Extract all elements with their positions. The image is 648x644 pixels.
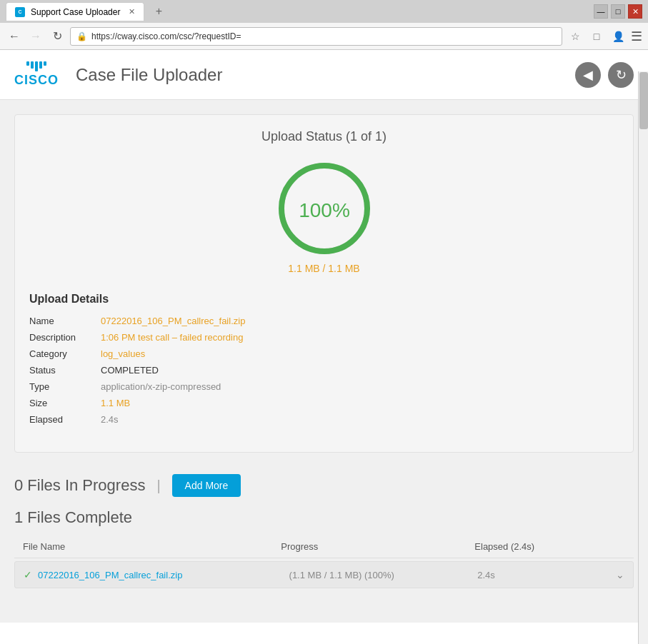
logo-bar-5 bbox=[44, 61, 46, 66]
file-row: ✓ 07222016_106_PM_callrec_fail.zip (1.1 … bbox=[14, 561, 634, 588]
cisco-logo-bars bbox=[26, 61, 46, 71]
upload-details-section: Upload Details Name 07222016_106_PM_call… bbox=[29, 286, 619, 438]
logo-bar-1 bbox=[26, 61, 29, 66]
col-header-name: File Name bbox=[23, 541, 281, 552]
category-value: log_values bbox=[101, 348, 145, 359]
description-value: 1:06 PM test call – failed recording bbox=[101, 332, 243, 343]
type-label: Type bbox=[29, 381, 101, 392]
file-name: 07222016_106_PM_callrec_fail.zip bbox=[38, 570, 289, 580]
files-in-progress-text: 0 Files In Progress bbox=[14, 476, 145, 495]
address-bar: ← → ↻ 🔒 https://cway.cisco.com/csc/?requ… bbox=[0, 23, 648, 50]
file-progress: (1.1 MB / 1.1 MB) (100%) bbox=[289, 570, 478, 580]
file-chevron-icon[interactable]: ⌄ bbox=[603, 569, 624, 580]
logo-bar-2 bbox=[31, 61, 34, 69]
bottom-section: 0 Files In Progress | Add More 1 Files C… bbox=[14, 467, 634, 595]
file-elapsed: 2.4s bbox=[477, 570, 603, 580]
name-label: Name bbox=[29, 316, 101, 326]
description-label: Description bbox=[29, 332, 101, 343]
header-actions: ◀ ↻ bbox=[575, 62, 634, 88]
maximize-btn[interactable]: □ bbox=[611, 4, 625, 19]
progress-percentage-text: 100% bbox=[299, 199, 350, 221]
title-bar: C Support Case Uploader ✕ + — □ ✕ bbox=[0, 0, 648, 23]
add-more-button[interactable]: Add More bbox=[172, 474, 241, 497]
detail-row-elapsed: Elapsed 2.4s bbox=[29, 414, 619, 425]
close-btn[interactable]: ✕ bbox=[628, 4, 642, 19]
app-title: Case File Uploader bbox=[76, 65, 222, 85]
type-value: application/x-zip-compressed bbox=[101, 381, 221, 392]
category-label: Category bbox=[29, 348, 101, 359]
forward-button[interactable]: → bbox=[27, 28, 44, 45]
logo-bar-3 bbox=[35, 61, 38, 71]
tab-favicon: C bbox=[15, 7, 25, 17]
detail-row-description: Description 1:06 PM test call – failed r… bbox=[29, 332, 619, 343]
files-table-header: File Name Progress Elapsed (2.4s) bbox=[14, 535, 634, 558]
extension-icon[interactable]: □ bbox=[588, 28, 605, 45]
main-content: Upload Status (1 of 1) 100% 1.1 MB / 1.1… bbox=[0, 100, 648, 623]
detail-row-category: Category log_values bbox=[29, 348, 619, 359]
tab-title: Support Case Uploader bbox=[31, 7, 120, 17]
browser-menu-btn[interactable]: ☰ bbox=[631, 29, 642, 44]
status-value: COMPLETED bbox=[101, 365, 159, 376]
back-icon-btn[interactable]: ◀ bbox=[575, 62, 601, 88]
app-container: CISCO Case File Uploader ◀ ↻ Upload Stat… bbox=[0, 50, 648, 623]
file-size-display: 1.1 MB / 1.1 MB bbox=[288, 263, 359, 274]
upload-status-card: Upload Status (1 of 1) 100% 1.1 MB / 1.1… bbox=[14, 114, 634, 453]
name-value: 07222016_106_PM_callrec_fail.zip bbox=[101, 316, 245, 326]
new-tab-btn[interactable]: + bbox=[150, 2, 167, 21]
upload-status-title: Upload Status (1 of 1) bbox=[29, 129, 619, 144]
status-label: Status bbox=[29, 365, 101, 376]
cisco-text: CISCO bbox=[14, 73, 59, 88]
browser-tab[interactable]: C Support Case Uploader ✕ bbox=[6, 2, 144, 21]
circle-progress-container: 100% 1.1 MB / 1.1 MB bbox=[29, 159, 619, 274]
upload-details-title: Upload Details bbox=[29, 293, 619, 306]
elapsed-value: 2.4s bbox=[101, 414, 119, 425]
col-header-action bbox=[604, 541, 625, 552]
detail-row-status: Status COMPLETED bbox=[29, 365, 619, 376]
col-header-progress: Progress bbox=[281, 541, 474, 552]
cisco-logo: CISCO bbox=[14, 61, 59, 88]
bookmark-icon[interactable]: ☆ bbox=[567, 28, 584, 45]
file-check-icon: ✓ bbox=[24, 569, 32, 580]
detail-row-size: Size 1.1 MB bbox=[29, 398, 619, 408]
url-bar[interactable]: 🔒 https://cway.cisco.com/csc/?requestID= bbox=[70, 27, 562, 46]
back-button[interactable]: ← bbox=[6, 28, 23, 45]
files-complete-heading: 1 Files Complete bbox=[14, 508, 634, 527]
separator: | bbox=[156, 478, 160, 494]
detail-row-type: Type application/x-zip-compressed bbox=[29, 381, 619, 392]
reload-button[interactable]: ↻ bbox=[49, 28, 66, 45]
window-controls: — □ ✕ bbox=[594, 4, 642, 19]
col-header-elapsed: Elapsed (2.4s) bbox=[474, 541, 604, 552]
size-label: Size bbox=[29, 398, 101, 408]
app-header: CISCO Case File Uploader ◀ ↻ bbox=[0, 50, 648, 100]
logo-bar-4 bbox=[39, 61, 42, 69]
elapsed-label: Elapsed bbox=[29, 414, 101, 425]
url-text: https://cway.cisco.com/csc/?requestID= bbox=[91, 31, 241, 41]
progress-circle-svg: 100% bbox=[274, 159, 374, 258]
scrollbar[interactable] bbox=[638, 71, 648, 644]
detail-row-name: Name 07222016_106_PM_callrec_fail.zip bbox=[29, 316, 619, 326]
refresh-icon-btn[interactable]: ↻ bbox=[608, 62, 634, 88]
minimize-btn[interactable]: — bbox=[594, 4, 608, 19]
lock-icon: 🔒 bbox=[76, 31, 87, 41]
size-value: 1.1 MB bbox=[101, 398, 130, 408]
tab-close-btn[interactable]: ✕ bbox=[129, 7, 135, 16]
files-in-progress-row: 0 Files In Progress | Add More bbox=[14, 474, 634, 497]
scroll-thumb[interactable] bbox=[639, 72, 648, 129]
profile-icon[interactable]: 👤 bbox=[609, 28, 627, 45]
